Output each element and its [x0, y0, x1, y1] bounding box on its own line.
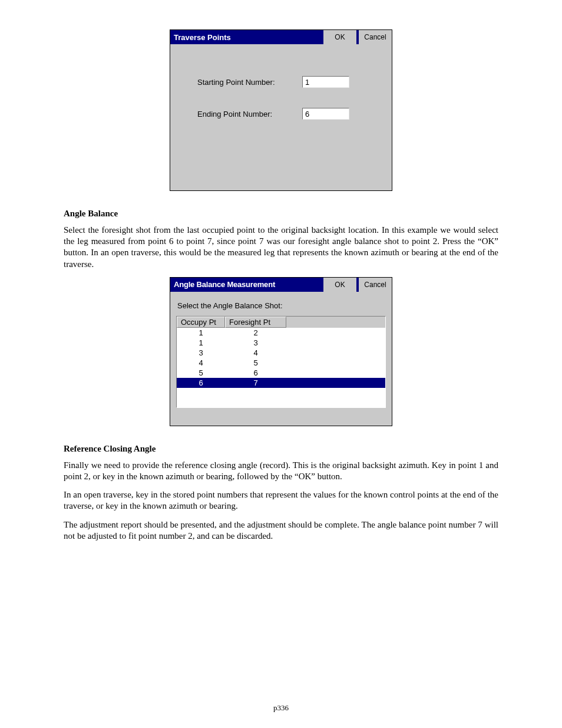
foresight-pt-cell: 5	[225, 358, 286, 368]
foresight-pt-cell: 4	[225, 348, 286, 358]
reference-closing-paragraph-3: The adjustment report should be presente…	[64, 519, 498, 542]
occupy-pt-cell: 1	[177, 328, 225, 338]
ending-point-label: Ending Point Number:	[197, 110, 302, 118]
list-item[interactable]: 56	[177, 368, 385, 378]
list-item[interactable]: 67	[177, 378, 385, 388]
list-item[interactable]: 12	[177, 328, 385, 338]
traverse-points-dialog: Traverse Points OK Cancel Starting Point…	[170, 29, 392, 191]
cancel-button[interactable]: Cancel	[358, 30, 392, 44]
list-item[interactable]: 34	[177, 348, 385, 358]
page-number: p336	[0, 703, 562, 713]
instruction-text: Select the Angle Balance Shot:	[177, 301, 386, 310]
starting-point-label: Starting Point Number:	[197, 78, 302, 87]
angle-balance-heading: Angle Balance	[64, 209, 498, 219]
foresight-pt-column: Foresight Pt	[225, 317, 286, 328]
foresight-pt-cell: 3	[225, 338, 286, 348]
list-item[interactable]: 13	[177, 338, 385, 348]
angle-balance-measurement-dialog: Angle Balance Measurement OK Cancel Sele…	[170, 277, 392, 426]
foresight-pt-cell: 6	[225, 368, 286, 378]
list-item[interactable]: 45	[177, 358, 385, 368]
dialog-body: Starting Point Number: Ending Point Numb…	[170, 44, 392, 190]
reference-closing-angle-heading: Reference Closing Angle	[64, 444, 498, 454]
occupy-pt-cell: 4	[177, 358, 225, 368]
cancel-button[interactable]: Cancel	[358, 278, 392, 292]
titlebar: Traverse Points OK Cancel	[170, 30, 392, 44]
dialog-title: Angle Balance Measurement	[170, 278, 322, 292]
foresight-pt-cell: 2	[225, 328, 286, 338]
foresight-pt-cell: 7	[225, 378, 286, 388]
reference-closing-paragraph-1: Finally we need to provide the reference…	[64, 460, 498, 482]
occupy-pt-column: Occupy Pt	[177, 317, 225, 328]
shot-list[interactable]: Occupy Pt Foresight Pt 121334455667	[176, 316, 386, 408]
occupy-pt-cell: 3	[177, 348, 225, 358]
dialog-title: Traverse Points	[170, 30, 322, 44]
ok-button[interactable]: OK	[322, 30, 358, 44]
titlebar: Angle Balance Measurement OK Cancel	[170, 278, 392, 292]
occupy-pt-cell: 6	[177, 378, 225, 388]
ok-button[interactable]: OK	[322, 278, 358, 292]
angle-balance-paragraph: Select the foresight shot from the last …	[64, 225, 498, 270]
ending-point-input[interactable]	[302, 108, 349, 120]
occupy-pt-cell: 5	[177, 368, 225, 378]
starting-point-input[interactable]	[302, 76, 349, 88]
occupy-pt-cell: 1	[177, 338, 225, 348]
reference-closing-paragraph-2: In an open traverse, key in the stored p…	[64, 489, 498, 512]
list-header: Occupy Pt Foresight Pt	[177, 317, 385, 328]
dialog-body: Select the Angle Balance Shot: Occupy Pt…	[170, 292, 392, 426]
